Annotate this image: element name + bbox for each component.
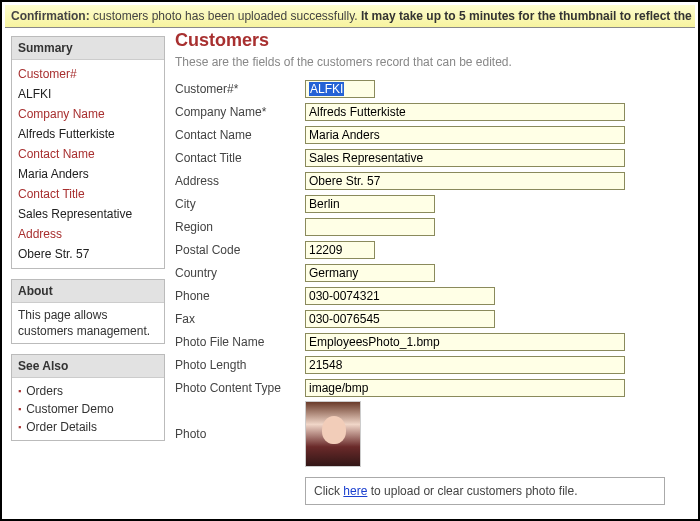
field-label: Photo Length — [175, 358, 305, 372]
about-text: This page allows customers management. — [12, 303, 164, 343]
field-label: Company Name* — [175, 105, 305, 119]
field-label: Address — [175, 174, 305, 188]
about-box: About This page allows customers managem… — [11, 279, 165, 344]
upload-hint-post: to upload or clear customers photo file. — [367, 484, 577, 498]
form-row-photoFileName: Photo File Name — [175, 332, 689, 352]
seealso-link[interactable]: Orders — [26, 384, 63, 398]
main-panel: Customers These are the fields of the cu… — [165, 28, 695, 511]
phone-input[interactable] — [305, 287, 495, 305]
field-label: Contact Title — [175, 151, 305, 165]
seealso-box: See Also OrdersCustomer DemoOrder Detail… — [11, 354, 165, 441]
photo-thumbnail[interactable] — [305, 401, 361, 467]
about-title: About — [12, 280, 164, 303]
page-subtitle: These are the fields of the customers re… — [175, 55, 689, 69]
form-row-postalCode: Postal Code — [175, 240, 689, 260]
form-row-contactName: Contact Name — [175, 125, 689, 145]
field-label: Region — [175, 220, 305, 234]
summary-value: Alfreds Futterkiste — [18, 124, 158, 144]
region-input[interactable] — [305, 218, 435, 236]
summary-value: Sales Representative — [18, 204, 158, 224]
address-input[interactable] — [305, 172, 625, 190]
form-row-region: Region — [175, 217, 689, 237]
form-row-customerNo: Customer#*ALFKI — [175, 79, 689, 99]
form-row-photoLength: Photo Length — [175, 355, 689, 375]
summary-label[interactable]: Company Name — [18, 104, 158, 124]
form-row-companyName: Company Name* — [175, 102, 689, 122]
seealso-item: Customer Demo — [18, 400, 158, 418]
seealso-item: Order Details — [18, 418, 158, 436]
form-row-phone: Phone — [175, 286, 689, 306]
field-label: Postal Code — [175, 243, 305, 257]
fax-input[interactable] — [305, 310, 495, 328]
confirmation-label: Confirmation: — [11, 9, 90, 23]
summary-content: Customer#ALFKICompany NameAlfreds Futter… — [12, 60, 164, 268]
contactName-input[interactable] — [305, 126, 625, 144]
seealso-link[interactable]: Order Details — [26, 420, 97, 434]
form-row-country: Country — [175, 263, 689, 283]
field-label: Photo File Name — [175, 335, 305, 349]
form-row-address: Address — [175, 171, 689, 191]
summary-value: Maria Anders — [18, 164, 158, 184]
summary-value: ALFKI — [18, 84, 158, 104]
seealso-item: Orders — [18, 382, 158, 400]
field-label: Photo — [175, 427, 305, 441]
form-row-fax: Fax — [175, 309, 689, 329]
selected-text: ALFKI — [309, 82, 344, 96]
upload-link[interactable]: here — [343, 484, 367, 498]
customerNo-input[interactable]: ALFKI — [305, 80, 375, 98]
form-row-city: City — [175, 194, 689, 214]
seealso-title: See Also — [12, 355, 164, 378]
field-label: Customer#* — [175, 82, 305, 96]
confirmation-message: customers photo has been uploaded succes… — [93, 9, 358, 23]
postalCode-input[interactable] — [305, 241, 375, 259]
seealso-content: OrdersCustomer DemoOrder Details — [12, 378, 164, 440]
summary-label[interactable]: Contact Name — [18, 144, 158, 164]
companyName-input[interactable] — [305, 103, 625, 121]
summary-box: Summary Customer#ALFKICompany NameAlfred… — [11, 36, 165, 269]
field-label: Country — [175, 266, 305, 280]
summary-title: Summary — [12, 37, 164, 60]
field-label: City — [175, 197, 305, 211]
page-title: Customers — [175, 30, 689, 51]
city-input[interactable] — [305, 195, 435, 213]
photoContentType-input[interactable] — [305, 379, 625, 397]
contactTitle-input[interactable] — [305, 149, 625, 167]
photoFileName-input[interactable] — [305, 333, 625, 351]
seealso-link[interactable]: Customer Demo — [26, 402, 113, 416]
form-row-contactTitle: Contact Title — [175, 148, 689, 168]
summary-label[interactable]: Customer# — [18, 64, 158, 84]
field-label: Fax — [175, 312, 305, 326]
field-label: Phone — [175, 289, 305, 303]
upload-hint-box: Click here to upload or clear customers … — [305, 477, 665, 505]
country-input[interactable] — [305, 264, 435, 282]
upload-hint-pre: Click — [314, 484, 343, 498]
summary-value: Obere Str. 57 — [18, 244, 158, 264]
summary-label[interactable]: Address — [18, 224, 158, 244]
confirmation-bar: Confirmation: customers photo has been u… — [5, 5, 695, 28]
form: Customer#*ALFKICompany Name*Contact Name… — [175, 79, 689, 467]
form-row-photoContentType: Photo Content Type — [175, 378, 689, 398]
sidebar: Summary Customer#ALFKICompany NameAlfred… — [5, 28, 165, 511]
field-label: Contact Name — [175, 128, 305, 142]
field-label: Photo Content Type — [175, 381, 305, 395]
photoLength-input[interactable] — [305, 356, 625, 374]
confirmation-hint: It may take up to 5 minutes for the thum… — [361, 9, 695, 23]
form-row-photo: Photo — [175, 401, 689, 467]
summary-label[interactable]: Contact Title — [18, 184, 158, 204]
